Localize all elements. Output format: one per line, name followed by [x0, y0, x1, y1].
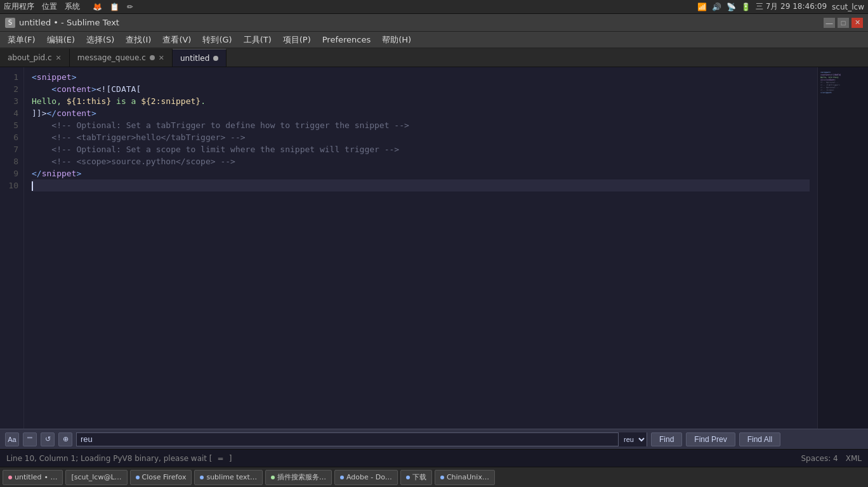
find-undo[interactable]: ↺ — [41, 432, 55, 446]
firefox-icon: 🦊 — [93, 3, 102, 11]
status-bracket: ] — [229, 454, 232, 463]
spaces-indicator[interactable]: Spaces: 4 — [801, 454, 838, 463]
taskbar-plugin-search[interactable]: 插件搜索服务… — [265, 470, 332, 485]
menu-preferences[interactable]: Preferences — [317, 34, 376, 46]
battery-icon: 🔋 — [741, 3, 751, 11]
taskbar-label: Adobe - Do… — [346, 473, 392, 481]
taskbar-label: 下载 — [412, 472, 426, 482]
menu-find[interactable]: 查找(I) — [121, 33, 156, 47]
code-line-7: <!-- Optional: Set a scope to limit wher… — [32, 143, 810, 155]
taskbar-chinaunix[interactable]: ChinaUnix… — [435, 470, 495, 485]
taskbar-dot — [406, 476, 410, 479]
line-num-6: 6 — [0, 131, 23, 143]
menubar: 菜单(F) 编辑(E) 选择(S) 查找(I) 查看(V) 转到(G) 工具(T… — [0, 32, 868, 48]
datetime: 三 7月 29 18:46:09 — [756, 1, 827, 12]
line-num-3: 3 — [0, 95, 23, 107]
edit-icon: ✏️ — [127, 3, 133, 11]
line-num-9: 9 — [0, 167, 23, 179]
taskbar-label: ChinaUnix… — [447, 473, 489, 481]
taskbar: untitled • … [scut_lcw@L… Close Firefox … — [0, 467, 868, 487]
line-num-1: 1 — [0, 71, 23, 83]
tabbar: about_pid.c ✕ message_queue.c ✕ untitled — [0, 48, 868, 67]
line-numbers: 1 2 3 4 5 6 7 8 9 10 — [0, 67, 24, 429]
system-topbar: 应用程序 位置 系统 🦊 📋 ✏️ 📶 🔊 📡 🔋 三 7月 29 18:46:… — [0, 0, 868, 14]
clipboard-icon: 📋 — [110, 3, 119, 11]
find-case-sensitive[interactable]: Aa — [5, 432, 19, 446]
find-input[interactable] — [77, 434, 618, 444]
code-line-4: ]]></content> — [32, 107, 810, 119]
menu-view[interactable]: 查看(V) — [157, 33, 196, 47]
minimap-content: <snippet> <content><![CDATA[ Hello, ${1:… — [818, 67, 868, 98]
code-line-10 — [32, 179, 810, 192]
taskbar-label: untitled — [15, 473, 41, 481]
find-button[interactable]: Find — [651, 432, 682, 446]
find-add[interactable]: ⊕ — [58, 432, 72, 446]
syntax-indicator[interactable]: XML — [846, 454, 862, 463]
line-num-7: 7 — [0, 143, 23, 155]
close-button[interactable]: ✕ — [852, 18, 863, 28]
taskbar-sublime[interactable]: sublime text… — [194, 470, 263, 485]
taskbar-dot — [340, 476, 344, 479]
find-dropdown[interactable]: reu — [618, 432, 647, 446]
taskbar-terminal[interactable]: [scut_lcw@L… — [65, 470, 127, 485]
tab-untitled[interactable]: untitled — [173, 49, 227, 67]
system-menu[interactable]: 系统 — [65, 1, 80, 12]
tab-label: about_pid.c — [8, 53, 52, 62]
line-num-5: 5 — [0, 119, 23, 131]
menu-file[interactable]: 菜单(F) — [3, 33, 41, 47]
taskbar-label: Close Firefox — [142, 473, 187, 481]
menu-help[interactable]: 帮助(H) — [377, 33, 416, 47]
taskbar-label: [scut_lcw@L… — [71, 473, 121, 481]
line-num-8: 8 — [0, 155, 23, 167]
network-icon: 📶 — [697, 3, 707, 11]
tab-message-queue[interactable]: message_queue.c ✕ — [70, 49, 173, 67]
menu-project[interactable]: 项目(P) — [278, 33, 316, 47]
maximize-button[interactable]: □ — [838, 18, 849, 28]
window-controls[interactable]: — □ ✕ — [824, 18, 863, 28]
findbar: Aa "" ↺ ⊕ reu Find Find Prev Find All — [0, 429, 868, 449]
signal-icon: 📡 — [727, 3, 736, 11]
code-line-6: <!-- <tabTrigger>hello</tabTrigger> --> — [32, 131, 810, 143]
taskbar-close-firefox[interactable]: Close Firefox — [130, 470, 192, 485]
find-prev-button[interactable]: Find Prev — [686, 432, 735, 446]
window-title: untitled • - Sublime Text — [19, 18, 119, 27]
taskbar-untitled[interactable]: untitled • … — [3, 470, 63, 485]
tab-label-untitled: untitled — [180, 54, 209, 63]
status-text: Line 10, Column 1; Loading PyV8 binary, … — [6, 454, 213, 463]
find-whole-word[interactable]: "" — [23, 432, 37, 446]
location-menu[interactable]: 位置 — [42, 1, 57, 12]
tab-unsaved-dot — [213, 56, 218, 61]
statusbar-right: Spaces: 4 XML — [801, 454, 862, 463]
titlebar: S untitled • - Sublime Text — □ ✕ — [0, 14, 868, 32]
taskbar-dot — [440, 476, 444, 479]
editor: 1 2 3 4 5 6 7 8 9 10 <snippet> <content>… — [0, 67, 868, 429]
minimap[interactable]: <snippet> <content><![CDATA[ Hello, ${1:… — [817, 67, 868, 429]
titlebar-left: S untitled • - Sublime Text — [5, 18, 119, 28]
tab-about-pid[interactable]: about_pid.c ✕ — [0, 49, 70, 67]
line-num-2: 2 — [0, 83, 23, 95]
menu-goto[interactable]: 转到(G) — [197, 33, 237, 47]
username: scut_lcw — [832, 3, 864, 11]
code-line-5: <!-- Optional: Set a tabTrigger to defin… — [32, 119, 810, 131]
taskbar-label: 插件搜索服务… — [277, 472, 326, 482]
taskbar-dot — [200, 476, 204, 479]
tab-close-message-queue[interactable]: ✕ — [159, 54, 164, 62]
tab-close-about-pid[interactable]: ✕ — [56, 54, 62, 62]
code-line-1: <snippet> — [32, 71, 810, 83]
menu-select[interactable]: 选择(S) — [81, 33, 119, 47]
minimize-button[interactable]: — — [824, 18, 835, 28]
line-num-4: 4 — [0, 107, 23, 119]
code-line-2: <content><![CDATA[ — [32, 83, 810, 95]
taskbar-adobe[interactable]: Adobe - Do… — [334, 470, 398, 485]
text-cursor — [32, 181, 33, 191]
taskbar-extra: • … — [44, 473, 57, 481]
taskbar-dot — [271, 476, 275, 479]
find-all-button[interactable]: Find All — [739, 432, 780, 446]
taskbar-download[interactable]: 下载 — [400, 470, 432, 485]
code-line-3: Hello, ${1:this} is a ${2:snippet}. — [32, 95, 810, 107]
find-input-wrap[interactable]: reu — [76, 432, 647, 446]
menu-edit[interactable]: 编辑(E) — [42, 33, 80, 47]
app-menu[interactable]: 应用程序 — [4, 1, 34, 12]
menu-tools[interactable]: 工具(T) — [239, 33, 277, 47]
code-area[interactable]: <snippet> <content><![CDATA[ Hello, ${1:… — [24, 67, 817, 429]
